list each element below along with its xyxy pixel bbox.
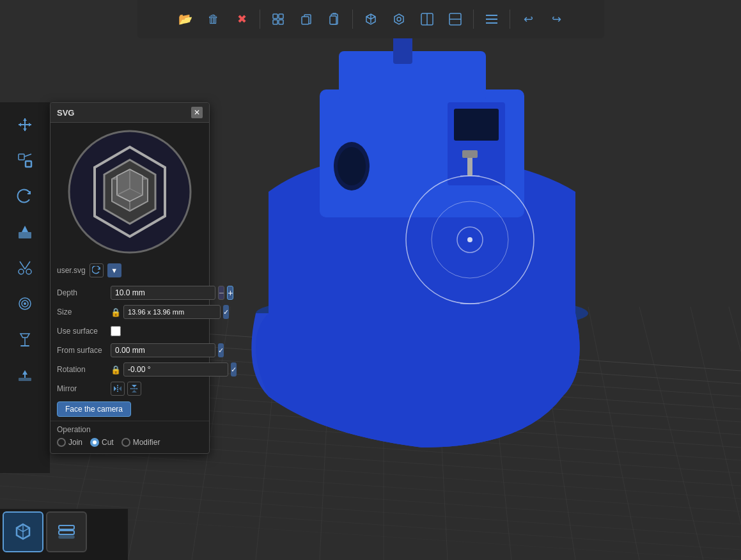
scale-tool-button[interactable] bbox=[8, 143, 42, 178]
svg-rect-63 bbox=[26, 161, 31, 167]
rotation-row: Rotation 🔒 ✓ bbox=[57, 362, 203, 377]
open-folder-button[interactable]: 📂 bbox=[173, 6, 198, 32]
from-surface-label: From surface bbox=[57, 346, 108, 355]
delete-button[interactable]: 🗑 bbox=[201, 6, 226, 32]
svg-rect-53 bbox=[330, 16, 336, 24]
svg-point-66 bbox=[19, 269, 24, 274]
operation-join-item[interactable]: Join bbox=[57, 438, 82, 447]
separator-1 bbox=[260, 10, 260, 29]
svg-line-68 bbox=[20, 261, 25, 269]
redo-button[interactable]: ↪ bbox=[543, 6, 569, 32]
bottom-tabs bbox=[0, 509, 128, 560]
svg-panel-close-button[interactable]: ✕ bbox=[191, 107, 203, 118]
separator-4 bbox=[510, 10, 510, 29]
operation-cut-item[interactable]: Cut bbox=[90, 438, 114, 447]
auto-button[interactable] bbox=[442, 6, 468, 32]
svg-panel-title: SVG bbox=[57, 108, 74, 118]
arrange-button[interactable] bbox=[265, 6, 291, 32]
svg-rect-48 bbox=[279, 14, 283, 19]
rotation-check-button[interactable]: ✓ bbox=[231, 362, 237, 377]
join-radio-label: Join bbox=[68, 438, 82, 447]
paste-button[interactable] bbox=[322, 6, 347, 32]
dropdown-button[interactable]: ▼ bbox=[107, 263, 121, 277]
menu-button[interactable] bbox=[479, 6, 504, 32]
svg-point-54 bbox=[397, 17, 401, 21]
size-check-button[interactable]: ✓ bbox=[223, 305, 229, 319]
operation-section: Operation Join Cut Modifier bbox=[51, 421, 209, 453]
3d-view-tab-button[interactable] bbox=[3, 511, 43, 552]
separator-3 bbox=[473, 10, 474, 29]
paint-tool-button[interactable] bbox=[8, 286, 42, 321]
depth-minus-button[interactable]: − bbox=[218, 286, 224, 300]
svg-rect-81 bbox=[59, 536, 74, 538]
from-surface-input[interactable] bbox=[111, 343, 215, 357]
modifier-radio-button[interactable] bbox=[121, 438, 130, 447]
mirror-icons bbox=[111, 382, 141, 396]
file-label: user.svg bbox=[57, 266, 86, 275]
cut-radio-button[interactable] bbox=[90, 438, 99, 447]
undo-button[interactable]: ↩ bbox=[515, 6, 541, 32]
svg-panel: SVG ✕ u bbox=[50, 102, 210, 454]
from-surface-row: From surface ✓ bbox=[57, 343, 203, 358]
rotation-lock-icon[interactable]: 🔒 bbox=[111, 364, 121, 375]
rotate-tool-button[interactable] bbox=[8, 179, 42, 214]
depth-input[interactable] bbox=[111, 286, 215, 300]
svg-rect-36 bbox=[454, 109, 499, 141]
modifier-radio-label: Modifier bbox=[133, 438, 160, 447]
rotation-label: Rotation bbox=[57, 365, 108, 374]
copy-button[interactable] bbox=[293, 6, 319, 32]
svg-rect-79 bbox=[59, 525, 74, 529]
mirror-vertical-button[interactable] bbox=[127, 382, 141, 396]
operation-modifier-item[interactable]: Modifier bbox=[121, 438, 160, 447]
size-row: Size 🔒 ✓ bbox=[57, 304, 203, 320]
mirror-horizontal-button[interactable] bbox=[111, 382, 125, 396]
support-tool-button[interactable] bbox=[8, 322, 42, 357]
depth-row: Depth − + bbox=[57, 285, 203, 300]
svg-rect-43 bbox=[467, 157, 472, 176]
svg-rect-80 bbox=[59, 531, 74, 534]
rotation-input[interactable] bbox=[123, 362, 228, 377]
depth-plus-button[interactable]: + bbox=[227, 286, 233, 300]
svg-rect-74 bbox=[20, 345, 29, 346]
size-lock-icon[interactable]: 🔒 bbox=[111, 307, 121, 317]
properties-grid: Depth − + Size 🔒 ✓ Use surface From surf… bbox=[51, 283, 209, 421]
depth-label: Depth bbox=[57, 288, 108, 297]
from-surface-check-button[interactable]: ✓ bbox=[218, 343, 224, 357]
cut-tool-button[interactable] bbox=[8, 251, 42, 285]
svg-point-67 bbox=[26, 269, 31, 274]
join-radio-button[interactable] bbox=[57, 438, 66, 447]
mirror-label: Mirror bbox=[57, 384, 108, 393]
svg-rect-47 bbox=[273, 14, 277, 19]
svg-panel-header: SVG ✕ bbox=[51, 103, 209, 123]
orient-tool-button[interactable] bbox=[8, 358, 42, 393]
viewparts-button[interactable] bbox=[386, 6, 412, 32]
svg-rect-51 bbox=[302, 17, 309, 24]
svg-line-69 bbox=[25, 261, 30, 269]
face-camera-row: Face the camera bbox=[57, 400, 203, 418]
size-label: Size bbox=[57, 307, 108, 316]
svg-rect-49 bbox=[273, 20, 277, 24]
file-row: user.svg ▼ bbox=[51, 261, 209, 283]
place-tool-button[interactable] bbox=[8, 215, 42, 249]
viewport: 📂 🗑 ✖ ↩ ↪ bbox=[0, 0, 741, 560]
face-camera-button[interactable]: Face the camera bbox=[57, 401, 131, 417]
split-button[interactable] bbox=[414, 6, 440, 32]
view3d-button[interactable] bbox=[358, 6, 384, 32]
move-tool-button[interactable] bbox=[8, 107, 42, 142]
svg-preview bbox=[53, 128, 207, 256]
svg-rect-65 bbox=[19, 232, 31, 238]
use-surface-checkbox[interactable] bbox=[111, 326, 121, 336]
top-toolbar: 📂 🗑 ✖ ↩ ↪ bbox=[137, 0, 604, 38]
size-input[interactable] bbox=[123, 305, 221, 319]
mirror-row: Mirror bbox=[57, 381, 203, 396]
close-button[interactable]: ✖ bbox=[229, 6, 254, 32]
left-sidebar bbox=[0, 102, 50, 473]
use-surface-label: Use surface bbox=[57, 327, 108, 336]
svg-rect-50 bbox=[279, 20, 283, 24]
svg-point-34 bbox=[338, 147, 366, 185]
svg-rect-44 bbox=[462, 150, 478, 158]
layers-tab-button[interactable] bbox=[46, 511, 87, 552]
refresh-button[interactable] bbox=[90, 263, 104, 277]
use-surface-row: Use surface bbox=[57, 323, 203, 339]
operation-label: Operation bbox=[57, 425, 203, 434]
